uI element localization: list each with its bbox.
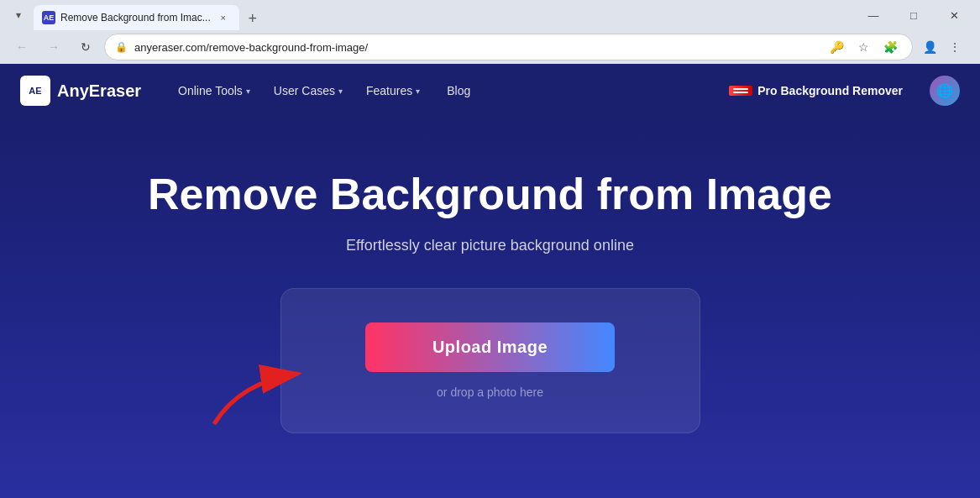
active-tab[interactable]: AE Remove Background from Imac... × — [34, 5, 239, 30]
key-icon-button[interactable]: 🔑 — [825, 35, 848, 59]
nav-user-cases[interactable]: User Cases ▾ — [264, 77, 353, 104]
drop-text: or drop a photo here — [437, 385, 543, 399]
arrow-svg — [189, 332, 357, 432]
address-bar[interactable]: 🔒 anyeraser.com/remove-background-from-i… — [104, 34, 913, 60]
avatar[interactable]: 🌐 — [930, 76, 960, 106]
hero-subtitle: Effortlessly clear picture background on… — [346, 237, 634, 254]
nav-blog[interactable]: Blog — [433, 77, 484, 104]
user-cases-chevron: ▾ — [338, 86, 343, 96]
online-tools-label: Online Tools — [178, 84, 243, 97]
tab-label: Remove Background from Imac... — [60, 12, 211, 24]
browser-right-actions: 👤 ⋮ — [918, 35, 972, 59]
hero-title: Remove Background from Image — [148, 168, 832, 220]
logo-icon: AE — [20, 76, 50, 106]
url-text: anyeraser.com/remove-background-from-ima… — [134, 41, 818, 54]
tab-favicon: AE — [42, 11, 55, 24]
forward-button[interactable]: → — [40, 34, 67, 60]
pro-icon — [729, 86, 752, 96]
maximize-button[interactable]: □ — [894, 3, 933, 27]
address-bar-row: ← → ↻ 🔒 anyeraser.com/remove-background-… — [0, 30, 980, 64]
minimize-button[interactable]: — — [854, 3, 893, 27]
upload-card: Upload Image or drop a photo here — [280, 288, 700, 433]
features-label: Features — [366, 84, 412, 97]
window-controls: — □ ✕ — [854, 3, 973, 27]
navbar: AE AnyEraser Online Tools ▾ User Cases ▾… — [0, 64, 980, 118]
online-tools-chevron: ▾ — [246, 86, 250, 96]
browser-chrome: ▾ AE Remove Background from Imac... × + … — [0, 0, 980, 64]
extensions-button[interactable]: 🧩 — [878, 35, 902, 59]
page-content: AE AnyEraser Online Tools ▾ User Cases ▾… — [0, 64, 980, 498]
brand-name: AnyEraser — [57, 81, 141, 101]
back-button[interactable]: ← — [8, 34, 35, 60]
bookmark-button[interactable]: ☆ — [852, 35, 875, 59]
new-tab-button[interactable]: + — [241, 7, 265, 30]
pro-background-remover-button[interactable]: Pro Background Remover — [715, 77, 916, 104]
tab-strip: AE Remove Background from Imac... × + — [34, 0, 851, 30]
logo-area[interactable]: AE AnyEraser — [20, 76, 141, 106]
menu-button[interactable]: ⋮ — [943, 35, 967, 59]
features-chevron: ▾ — [416, 86, 420, 96]
refresh-button[interactable]: ↻ — [72, 34, 99, 60]
tab-list-button[interactable]: ▾ — [7, 3, 30, 27]
nav-links: Online Tools ▾ User Cases ▾ Features ▾ B… — [168, 77, 715, 104]
profile-button[interactable]: 👤 — [918, 35, 941, 59]
tab-close-button[interactable]: × — [216, 10, 231, 25]
upload-image-button[interactable]: Upload Image — [365, 322, 615, 372]
nav-features[interactable]: Features ▾ — [356, 77, 430, 104]
user-cases-label: User Cases — [274, 84, 335, 97]
hero-section: Remove Background from Image Effortlessl… — [0, 118, 980, 498]
address-actions: 🔑 ☆ 🧩 — [825, 35, 902, 59]
close-button[interactable]: ✕ — [935, 3, 973, 27]
nav-online-tools[interactable]: Online Tools ▾ — [168, 77, 260, 104]
arrow-decoration — [214, 332, 382, 432]
lock-icon: 🔒 — [115, 41, 128, 53]
pro-label: Pro Background Remover — [757, 84, 903, 97]
avatar-icon: 🌐 — [936, 83, 953, 99]
title-bar: ▾ AE Remove Background from Imac... × + … — [0, 0, 980, 30]
